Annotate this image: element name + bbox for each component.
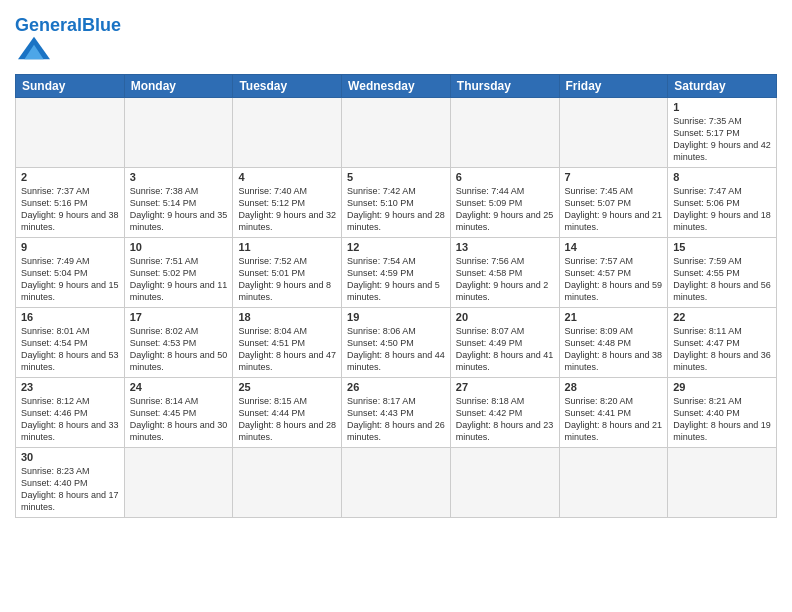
day-number: 24 (130, 381, 228, 393)
day-info: Sunrise: 7:38 AM Sunset: 5:14 PM Dayligh… (130, 185, 228, 234)
day-number: 10 (130, 241, 228, 253)
day-number: 14 (565, 241, 663, 253)
day-info: Sunrise: 7:37 AM Sunset: 5:16 PM Dayligh… (21, 185, 119, 234)
day-number: 22 (673, 311, 771, 323)
day-info: Sunrise: 8:18 AM Sunset: 4:42 PM Dayligh… (456, 395, 554, 444)
calendar-week-2: 2Sunrise: 7:37 AM Sunset: 5:16 PM Daylig… (16, 168, 777, 238)
calendar-cell: 9Sunrise: 7:49 AM Sunset: 5:04 PM Daylig… (16, 238, 125, 308)
day-number: 19 (347, 311, 445, 323)
calendar-week-3: 9Sunrise: 7:49 AM Sunset: 5:04 PM Daylig… (16, 238, 777, 308)
calendar-cell: 26Sunrise: 8:17 AM Sunset: 4:43 PM Dayli… (342, 378, 451, 448)
day-info: Sunrise: 7:57 AM Sunset: 4:57 PM Dayligh… (565, 255, 663, 304)
day-info: Sunrise: 7:42 AM Sunset: 5:10 PM Dayligh… (347, 185, 445, 234)
weekday-header-saturday: Saturday (668, 75, 777, 98)
day-number: 23 (21, 381, 119, 393)
calendar-cell: 25Sunrise: 8:15 AM Sunset: 4:44 PM Dayli… (233, 378, 342, 448)
day-number: 4 (238, 171, 336, 183)
weekday-header-thursday: Thursday (450, 75, 559, 98)
day-info: Sunrise: 8:23 AM Sunset: 4:40 PM Dayligh… (21, 465, 119, 514)
calendar-cell (342, 448, 451, 518)
day-info: Sunrise: 8:21 AM Sunset: 4:40 PM Dayligh… (673, 395, 771, 444)
calendar-cell: 13Sunrise: 7:56 AM Sunset: 4:58 PM Dayli… (450, 238, 559, 308)
calendar-page: GeneralBlue SundayMondayTuesdayWednesday… (0, 0, 792, 612)
calendar-cell: 10Sunrise: 7:51 AM Sunset: 5:02 PM Dayli… (124, 238, 233, 308)
logo-icon (18, 34, 50, 62)
calendar-table: SundayMondayTuesdayWednesdayThursdayFrid… (15, 74, 777, 518)
calendar-cell: 1Sunrise: 7:35 AM Sunset: 5:17 PM Daylig… (668, 98, 777, 168)
day-number: 5 (347, 171, 445, 183)
calendar-cell: 15Sunrise: 7:59 AM Sunset: 4:55 PM Dayli… (668, 238, 777, 308)
calendar-cell: 24Sunrise: 8:14 AM Sunset: 4:45 PM Dayli… (124, 378, 233, 448)
day-info: Sunrise: 7:40 AM Sunset: 5:12 PM Dayligh… (238, 185, 336, 234)
calendar-cell: 5Sunrise: 7:42 AM Sunset: 5:10 PM Daylig… (342, 168, 451, 238)
calendar-week-5: 23Sunrise: 8:12 AM Sunset: 4:46 PM Dayli… (16, 378, 777, 448)
calendar-cell (559, 448, 668, 518)
calendar-week-1: 1Sunrise: 7:35 AM Sunset: 5:17 PM Daylig… (16, 98, 777, 168)
calendar-cell: 30Sunrise: 8:23 AM Sunset: 4:40 PM Dayli… (16, 448, 125, 518)
calendar-cell (124, 448, 233, 518)
day-info: Sunrise: 8:15 AM Sunset: 4:44 PM Dayligh… (238, 395, 336, 444)
day-number: 17 (130, 311, 228, 323)
day-info: Sunrise: 7:51 AM Sunset: 5:02 PM Dayligh… (130, 255, 228, 304)
calendar-cell: 8Sunrise: 7:47 AM Sunset: 5:06 PM Daylig… (668, 168, 777, 238)
day-number: 26 (347, 381, 445, 393)
logo: GeneralBlue (15, 16, 121, 66)
day-number: 30 (21, 451, 119, 463)
day-info: Sunrise: 8:14 AM Sunset: 4:45 PM Dayligh… (130, 395, 228, 444)
day-info: Sunrise: 7:49 AM Sunset: 5:04 PM Dayligh… (21, 255, 119, 304)
day-number: 3 (130, 171, 228, 183)
day-number: 27 (456, 381, 554, 393)
day-info: Sunrise: 8:07 AM Sunset: 4:49 PM Dayligh… (456, 325, 554, 374)
day-info: Sunrise: 7:56 AM Sunset: 4:58 PM Dayligh… (456, 255, 554, 304)
day-number: 9 (21, 241, 119, 253)
calendar-cell: 3Sunrise: 7:38 AM Sunset: 5:14 PM Daylig… (124, 168, 233, 238)
calendar-cell: 27Sunrise: 8:18 AM Sunset: 4:42 PM Dayli… (450, 378, 559, 448)
calendar-cell (16, 98, 125, 168)
calendar-cell: 16Sunrise: 8:01 AM Sunset: 4:54 PM Dayli… (16, 308, 125, 378)
calendar-week-4: 16Sunrise: 8:01 AM Sunset: 4:54 PM Dayli… (16, 308, 777, 378)
day-info: Sunrise: 7:59 AM Sunset: 4:55 PM Dayligh… (673, 255, 771, 304)
day-number: 8 (673, 171, 771, 183)
day-number: 18 (238, 311, 336, 323)
weekday-header-friday: Friday (559, 75, 668, 98)
weekday-header-sunday: Sunday (16, 75, 125, 98)
calendar-cell: 7Sunrise: 7:45 AM Sunset: 5:07 PM Daylig… (559, 168, 668, 238)
day-number: 1 (673, 101, 771, 113)
calendar-cell: 17Sunrise: 8:02 AM Sunset: 4:53 PM Dayli… (124, 308, 233, 378)
weekday-header-wednesday: Wednesday (342, 75, 451, 98)
day-number: 6 (456, 171, 554, 183)
day-number: 28 (565, 381, 663, 393)
day-number: 16 (21, 311, 119, 323)
day-info: Sunrise: 8:12 AM Sunset: 4:46 PM Dayligh… (21, 395, 119, 444)
day-info: Sunrise: 7:44 AM Sunset: 5:09 PM Dayligh… (456, 185, 554, 234)
day-info: Sunrise: 8:11 AM Sunset: 4:47 PM Dayligh… (673, 325, 771, 374)
day-number: 13 (456, 241, 554, 253)
day-number: 12 (347, 241, 445, 253)
calendar-cell (668, 448, 777, 518)
calendar-cell (450, 448, 559, 518)
day-info: Sunrise: 8:17 AM Sunset: 4:43 PM Dayligh… (347, 395, 445, 444)
calendar-cell: 18Sunrise: 8:04 AM Sunset: 4:51 PM Dayli… (233, 308, 342, 378)
day-info: Sunrise: 7:45 AM Sunset: 5:07 PM Dayligh… (565, 185, 663, 234)
calendar-cell: 19Sunrise: 8:06 AM Sunset: 4:50 PM Dayli… (342, 308, 451, 378)
day-number: 21 (565, 311, 663, 323)
day-info: Sunrise: 8:20 AM Sunset: 4:41 PM Dayligh… (565, 395, 663, 444)
calendar-cell: 20Sunrise: 8:07 AM Sunset: 4:49 PM Dayli… (450, 308, 559, 378)
day-number: 11 (238, 241, 336, 253)
day-info: Sunrise: 8:09 AM Sunset: 4:48 PM Dayligh… (565, 325, 663, 374)
weekday-header-tuesday: Tuesday (233, 75, 342, 98)
day-info: Sunrise: 8:04 AM Sunset: 4:51 PM Dayligh… (238, 325, 336, 374)
calendar-cell (124, 98, 233, 168)
calendar-cell (233, 98, 342, 168)
calendar-cell (559, 98, 668, 168)
calendar-cell: 23Sunrise: 8:12 AM Sunset: 4:46 PM Dayli… (16, 378, 125, 448)
day-info: Sunrise: 8:02 AM Sunset: 4:53 PM Dayligh… (130, 325, 228, 374)
day-number: 29 (673, 381, 771, 393)
logo-general: General (15, 15, 82, 35)
calendar-cell: 14Sunrise: 7:57 AM Sunset: 4:57 PM Dayli… (559, 238, 668, 308)
day-number: 15 (673, 241, 771, 253)
header: GeneralBlue (15, 10, 777, 66)
day-info: Sunrise: 7:52 AM Sunset: 5:01 PM Dayligh… (238, 255, 336, 304)
weekday-header-monday: Monday (124, 75, 233, 98)
calendar-cell (233, 448, 342, 518)
